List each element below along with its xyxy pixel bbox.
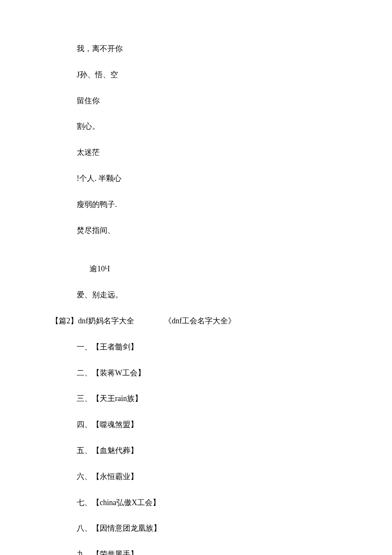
- name-line: 太迷茫: [0, 146, 392, 159]
- section2-header: 【篇2】dnf奶妈名字大全 《dnf工会名字大全》: [0, 315, 392, 327]
- name-line: 割心。: [0, 120, 392, 133]
- guild-name-line: 八、【因情意团龙凰族】: [0, 522, 392, 535]
- name-line: 焚尽指间、: [0, 224, 392, 237]
- guild-name-line: 九、【荣誉黑手】: [0, 548, 392, 555]
- section2-header-left: 【篇2】dnf奶妈名字大全: [51, 315, 134, 327]
- guild-name-line: 二、【装蒋W工会】: [0, 367, 392, 379]
- guild-name-line: 五、【血魅代葬】: [0, 445, 392, 457]
- name-line: 我，离不开你: [0, 43, 392, 55]
- guild-name-line: 一、【王者髓剑】: [0, 341, 392, 353]
- guild-name-line: 三、【天王rain族】: [0, 392, 392, 405]
- middle-marker: 逾10ᴸI: [0, 263, 392, 275]
- guild-name-line: 四、【噬魂煞盟】: [0, 418, 392, 431]
- name-line: 爱、别走远。: [0, 289, 392, 301]
- section2-header-right: 《dnf工会名字大全》: [164, 315, 236, 327]
- name-line: J孙、悟、空: [0, 69, 392, 81]
- guild-name-line: 七、【china弘傲X工会】: [0, 497, 392, 509]
- name-line: 留住你: [0, 95, 392, 107]
- guild-name-line: 六、【永恒霸业】: [0, 471, 392, 483]
- name-line: 瘦弱的鸭子.: [0, 198, 392, 211]
- name-line: !个人. 半颗心: [0, 172, 392, 185]
